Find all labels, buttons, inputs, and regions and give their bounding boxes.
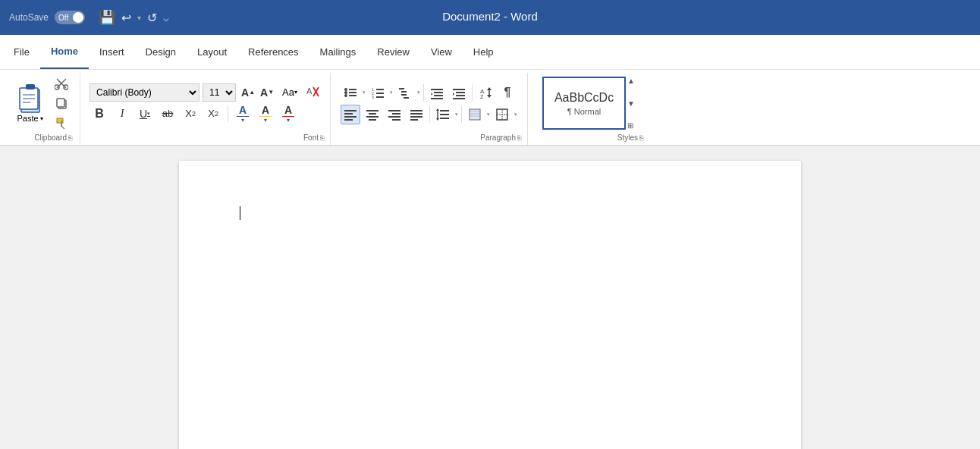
- menu-home[interactable]: Home: [40, 35, 89, 69]
- styles-expand-icon[interactable]: ⎘: [639, 134, 643, 142]
- font-rows: Calibri (Body) 11 89101214161824364872 A…: [90, 83, 321, 124]
- italic-button[interactable]: I: [112, 104, 132, 124]
- styles-more[interactable]: ⊞: [627, 121, 635, 130]
- svg-marker-44: [453, 93, 454, 96]
- font-color-button[interactable]: A ▾: [233, 104, 253, 124]
- undo-icon[interactable]: ↩: [121, 11, 131, 25]
- document-page[interactable]: [179, 161, 801, 449]
- line-spacing-arrow[interactable]: ▾: [455, 111, 458, 118]
- toggle-knob: [73, 12, 83, 23]
- paste-label: Paste: [17, 114, 38, 123]
- svg-rect-64: [410, 116, 422, 118]
- para-row-2: ▾ ▾: [341, 105, 517, 124]
- clear-formatting-button[interactable]: A: [304, 84, 321, 100]
- highlight-button[interactable]: A ▾: [256, 104, 275, 124]
- strikethrough-button[interactable]: ab: [158, 104, 177, 124]
- svg-rect-43: [453, 98, 465, 99]
- shading-icon: [468, 108, 482, 121]
- numbering-button[interactable]: 1. 2. 3.: [368, 83, 388, 102]
- font-color-arrow[interactable]: ▾: [241, 117, 244, 124]
- styles-scroll-up[interactable]: ▲: [627, 77, 635, 85]
- svg-text:3.: 3.: [372, 95, 375, 99]
- copy-button[interactable]: [52, 94, 71, 112]
- align-left-button[interactable]: [341, 105, 360, 124]
- line-spacing-button[interactable]: [433, 105, 453, 124]
- svg-rect-58: [388, 110, 400, 111]
- svg-point-19: [344, 88, 347, 91]
- menu-view[interactable]: View: [420, 35, 463, 69]
- increase-font-button[interactable]: A▲: [239, 83, 257, 102]
- clipboard-expand-icon[interactable]: ⎘: [68, 134, 72, 142]
- menu-help[interactable]: Help: [463, 35, 504, 69]
- menu-layout[interactable]: Layout: [187, 35, 237, 69]
- save-icon[interactable]: 💾: [99, 9, 115, 26]
- text-color-button[interactable]: A ▾: [278, 104, 298, 124]
- menu-bar: File Home Insert Design Layout Reference…: [0, 35, 980, 70]
- menu-review[interactable]: Review: [366, 35, 420, 69]
- customize-qat-icon[interactable]: ⌵: [163, 12, 169, 24]
- superscript-button[interactable]: X2: [203, 104, 223, 124]
- cut-button[interactable]: [52, 74, 71, 93]
- numbering-arrow[interactable]: ▾: [390, 89, 393, 96]
- multilevel-arrow[interactable]: ▾: [417, 89, 420, 96]
- redo-icon[interactable]: ↺: [147, 11, 157, 25]
- font-row-2: B I U▾ ab X2 X2 A ▾ A: [90, 104, 321, 124]
- align-right-button[interactable]: [385, 105, 404, 124]
- menu-mailings[interactable]: Mailings: [309, 35, 367, 69]
- menu-insert[interactable]: Insert: [89, 35, 135, 69]
- subscript-button[interactable]: X2: [181, 104, 200, 124]
- bullets-icon: [344, 86, 357, 99]
- svg-rect-30: [376, 96, 384, 98]
- align-center-button[interactable]: [363, 105, 382, 124]
- bullets-arrow[interactable]: ▾: [363, 89, 366, 96]
- show-hide-button[interactable]: ¶: [498, 83, 517, 102]
- paste-dropdown-arrow[interactable]: ▾: [40, 115, 43, 122]
- decrease-indent-button[interactable]: [427, 83, 447, 102]
- autosave-toggle[interactable]: Off: [55, 11, 85, 24]
- svg-rect-56: [366, 116, 378, 118]
- styles-scroll-down[interactable]: ▼: [627, 99, 635, 108]
- decrease-indent-icon: [430, 86, 444, 99]
- bold-button[interactable]: B: [90, 104, 109, 124]
- undo-dropdown[interactable]: ▾: [137, 14, 141, 22]
- borders-arrow[interactable]: ▾: [514, 111, 517, 118]
- svg-text:A: A: [306, 86, 313, 96]
- font-size-select[interactable]: 11 89101214161824364872: [203, 83, 236, 102]
- svg-rect-72: [470, 109, 480, 120]
- svg-rect-53: [344, 119, 353, 121]
- paste-button[interactable]: Paste ▾: [12, 82, 49, 124]
- shading-arrow[interactable]: ▾: [487, 111, 490, 118]
- format-painter-button[interactable]: [52, 114, 71, 132]
- font-name-select[interactable]: Calibri (Body): [90, 83, 199, 102]
- svg-rect-62: [410, 110, 422, 111]
- underline-button[interactable]: U▾: [135, 104, 155, 124]
- borders-button[interactable]: [492, 105, 512, 124]
- menu-design[interactable]: Design: [135, 35, 187, 69]
- menu-references[interactable]: References: [237, 35, 309, 69]
- menu-file[interactable]: File: [3, 35, 40, 69]
- decrease-font-button[interactable]: A▼: [258, 83, 276, 102]
- paragraph-expand-icon[interactable]: ⎘: [517, 134, 521, 142]
- justify-button[interactable]: [407, 105, 426, 124]
- multilevel-button[interactable]: [395, 83, 415, 102]
- shading-button[interactable]: [465, 105, 485, 124]
- svg-rect-40: [453, 89, 465, 90]
- svg-rect-54: [366, 110, 378, 111]
- normal-style-card[interactable]: AaBbCcDc ¶ Normal: [542, 77, 626, 130]
- bullets-button[interactable]: [341, 83, 360, 102]
- sep4: [429, 106, 430, 123]
- line-spacing-icon: [436, 108, 450, 121]
- svg-rect-41: [456, 92, 465, 93]
- styles-scroll-controls: ▲ ▼ ⊞: [627, 77, 635, 130]
- font-expand-icon[interactable]: ⎘: [320, 134, 324, 142]
- clear-formatting-icon: A: [306, 84, 319, 98]
- text-color-arrow[interactable]: ▾: [287, 117, 290, 124]
- sort-button[interactable]: A Z: [476, 83, 495, 102]
- highlight-arrow[interactable]: ▾: [264, 117, 267, 124]
- font-content: Calibri (Body) 11 89101214161824364872 A…: [90, 74, 321, 132]
- increase-indent-button[interactable]: [449, 83, 469, 102]
- change-case-button[interactable]: Aa▾: [281, 86, 299, 98]
- normal-style-label: ¶ Normal: [567, 107, 601, 116]
- paste-icon: [17, 83, 44, 114]
- align-center-icon: [366, 108, 379, 121]
